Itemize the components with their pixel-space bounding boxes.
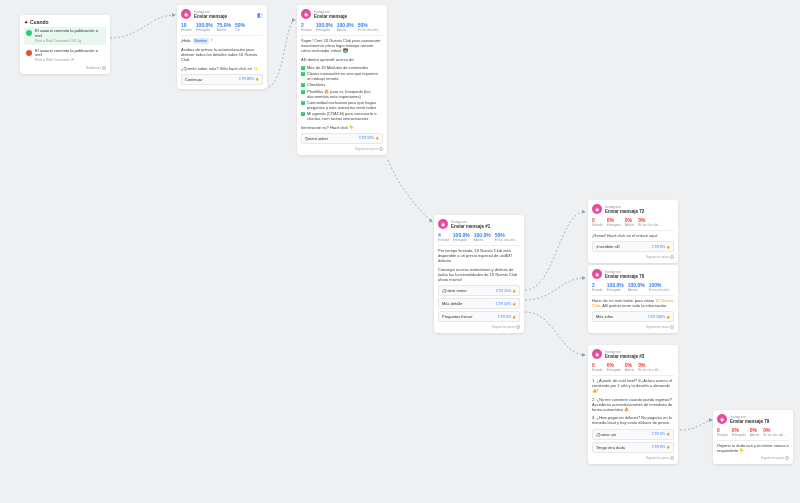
- node-3-stats: 4Enviado 100.0%Entregado 100.0%Abierto 5…: [438, 232, 520, 242]
- check-icon: ✓: [301, 90, 305, 94]
- node-send-message-3[interactable]: ◉ Instagram Enviar mensaje #1 4Enviado 1…: [434, 215, 524, 333]
- node-1-greeting: ¡Hola Nombre !: [181, 38, 263, 44]
- flow-connectors: [0, 0, 800, 503]
- node-6-q3: 3. ¿How pagar en dólares? No pagarás en …: [592, 415, 674, 425]
- continue-button[interactable]: Continuar CTR 80%☝: [181, 74, 263, 85]
- node-6-q1: 1. ¿A partir de cuál nivel? & ¡Aclaro ac…: [592, 378, 674, 394]
- next-step-5[interactable]: Siguiente paso: [592, 325, 674, 329]
- trigger-row-1[interactable]: El usuario comenta la publicación o reel…: [24, 27, 106, 45]
- next-step-2[interactable]: Siguiente paso: [301, 147, 383, 151]
- node-3-body1: Por tiempo limitado, 10 Guests Club está…: [438, 248, 520, 264]
- faq-button[interactable]: Preguntas frecueCTR 0%☝: [438, 311, 520, 322]
- trigger-row-2-sub: Post o Reel Comment #F: [35, 58, 104, 62]
- variable-chip-name: Nombre: [193, 38, 209, 44]
- status-dot-active-icon: [26, 30, 32, 36]
- pointer-icon: ☝: [666, 315, 670, 319]
- pointer-icon: ☝: [512, 315, 516, 319]
- check-icon: ✓: [301, 112, 305, 116]
- node-7-body: Dejame tu duda acá y en breve vamos a re…: [717, 443, 789, 453]
- node-6-stats: 0Enviado 0%Entregado 0%Abierto 0%En los …: [592, 362, 674, 372]
- node-2-title: Enviar mensaje: [314, 14, 347, 19]
- node-7-title: Enviar mensaje 79: [730, 419, 769, 424]
- node-send-message-4[interactable]: ◉ Instagram Enviar mensaje 72 0Enviado 0…: [588, 200, 678, 263]
- node-1-body2: ¿Querés saber más? Sólo hacé click en ✨: [181, 66, 263, 71]
- node-3-title: Enviar mensaje #1: [451, 224, 490, 229]
- instagram-icon: ◉: [301, 9, 311, 19]
- node-6-title: Enviar mensaje #3: [605, 354, 644, 359]
- node-send-message-6[interactable]: ◉ Instagram Enviar mensaje #3 0Enviado 0…: [588, 345, 678, 464]
- trigger-header-text: Cuando: [30, 19, 49, 25]
- check-icon: ✓: [301, 72, 305, 76]
- bolt-icon: ✦: [24, 19, 28, 25]
- node-6-q2: 2. ¿No me conviene cuando pueda ingresar…: [592, 397, 674, 413]
- instagram-icon: ◉: [592, 269, 602, 279]
- instagram-icon: ◉: [717, 414, 727, 424]
- node-3-body2: Consegui acceso instantáneo y disfruta d…: [438, 267, 520, 283]
- node-2-tail: Interesante no? Hacé click 👇: [301, 125, 383, 130]
- check-icon: ✓: [301, 101, 305, 105]
- check-icon: ✓: [301, 66, 305, 70]
- more-info-button[interactable]: Más infosCTR 100%☝: [592, 311, 674, 322]
- node-send-message-2[interactable]: ◉ Instagram Enviar mensaje 2Enviado 100.…: [297, 5, 387, 155]
- next-step-7[interactable]: Siguiente paso: [717, 456, 789, 460]
- pointer-icon: ☝: [666, 432, 670, 436]
- trigger-row-2-text: El usuario comenta la publicación o reel: [35, 49, 104, 59]
- signup-button[interactable]: ¡Inscribite allíCTR 0%☝: [592, 241, 674, 252]
- node-2-lead: Allí dentro aprendé acerca de:: [301, 57, 383, 62]
- node-1-body: Acabas de activar la automatización para…: [181, 47, 263, 63]
- next-step-4[interactable]: Siguiente paso: [592, 255, 674, 259]
- instagram-icon: ◉: [592, 349, 602, 359]
- node-4-body: ¡Genial! Hacé click en el enlace aquí:: [592, 233, 674, 238]
- status-dot-inactive-icon: [26, 50, 32, 56]
- pointer-icon: ☝: [255, 77, 259, 81]
- pointer-icon: ☝: [512, 302, 516, 306]
- trigger-row-1-text: El usuario comenta la publicación o reel: [35, 29, 104, 39]
- want-enter-button[interactable]: ¡Quiero entrarCTR 25%☝: [438, 285, 520, 296]
- join-button[interactable]: ¡Quiero uniCTR 0%☝: [592, 429, 674, 440]
- other-question-button[interactable]: Tengo otra dudaCTR 0%☝: [592, 442, 674, 453]
- want-to-know-button[interactable]: Quiero saber CTR 50%☝: [301, 133, 383, 144]
- node-2-checks: ✓Más de 10 Módulos de contenidos ✓Clases…: [301, 65, 383, 122]
- instagram-icon: ◉: [438, 219, 448, 229]
- node-1-header: ◉ Instagram Enviar mensaje ◧: [181, 9, 263, 19]
- instagram-icon: ◉: [592, 204, 602, 214]
- pointer-icon: ☝: [512, 289, 516, 293]
- pointer-icon: ☝: [375, 136, 379, 140]
- node-5-title: Enviar mensaje 76: [605, 274, 644, 279]
- instagram-icon: ◉: [181, 9, 191, 19]
- node-5-stats: 2Enviado 100.0%Entregado 100.0%Abierto 1…: [592, 282, 674, 292]
- node-send-message-1[interactable]: ◉ Instagram Enviar mensaje ◧ 10Enviado 1…: [177, 5, 267, 89]
- trigger-then-label: Entonces: [24, 66, 106, 70]
- save-icon[interactable]: ◧: [257, 11, 263, 18]
- node-send-message-7[interactable]: ◉ Instagram Enviar mensaje 79 0Enviado 0…: [713, 410, 793, 464]
- pointer-icon: ☝: [666, 245, 670, 249]
- node-4-stats: 0Enviado 0%Entregado 0%Abierto 0%En los …: [592, 217, 674, 227]
- node-7-stats: 0Enviado 0%Entregado 0%Abierto 0%En los …: [717, 427, 789, 437]
- node-2-intro: Super! Creé 10 Guests Club para asesorar…: [301, 38, 383, 54]
- check-icon: ✓: [301, 83, 305, 87]
- more-detail-button[interactable]: Más detalleCTR 50%☝: [438, 298, 520, 309]
- node-2-stats: 2Enviado 100.0%Entregado 100.0%Abierto 5…: [301, 22, 383, 32]
- next-step-6[interactable]: Siguiente paso: [592, 456, 674, 460]
- pointer-icon: ☝: [666, 445, 670, 449]
- node-1-title: Enviar mensaje: [194, 14, 227, 19]
- node-5-body: Hace clic en este botón para visitar 10 …: [592, 298, 674, 308]
- node-send-message-5[interactable]: ◉ Instagram Enviar mensaje 76 2Enviado 1…: [588, 265, 678, 333]
- next-step-3[interactable]: Siguiente paso: [438, 325, 520, 329]
- node-4-title: Enviar mensaje 72: [605, 209, 644, 214]
- trigger-header: ✦ Cuando: [24, 19, 106, 25]
- node-1-stats: 10Enviado 100.0%Entregado 75.0%Abierto 5…: [181, 22, 263, 32]
- trigger-row-1-sub: Post o Reel Comment #N1 Jg: [35, 39, 104, 43]
- trigger-row-2[interactable]: El usuario comenta la publicación o reel…: [24, 47, 106, 65]
- trigger-card[interactable]: ✦ Cuando El usuario comenta la publicaci…: [20, 15, 110, 74]
